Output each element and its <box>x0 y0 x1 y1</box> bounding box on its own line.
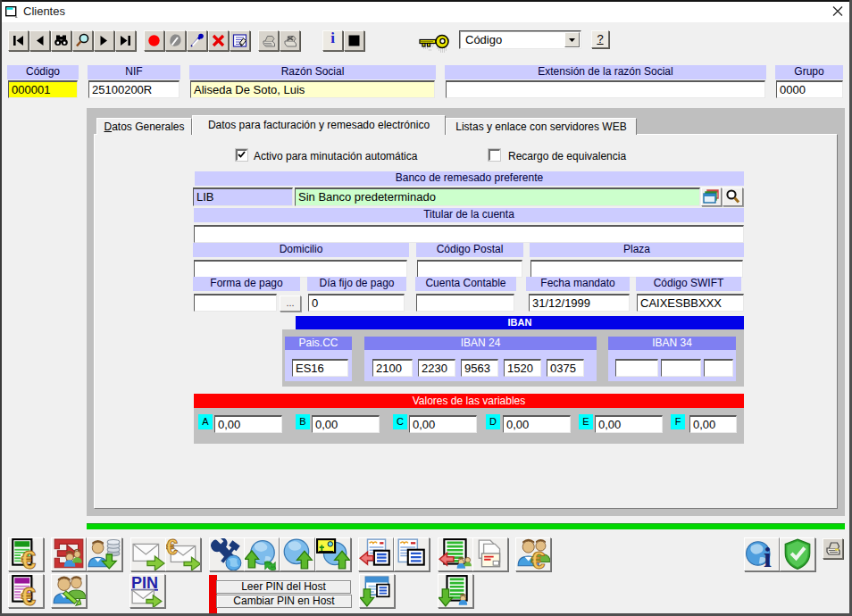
svg-text:€: € <box>531 546 545 570</box>
svg-text:€: € <box>21 581 36 607</box>
svg-text:PIN: PIN <box>131 575 158 592</box>
svg-text:€: € <box>21 545 36 570</box>
svg-text:€: € <box>166 538 178 559</box>
svg-text:i: i <box>764 542 772 570</box>
